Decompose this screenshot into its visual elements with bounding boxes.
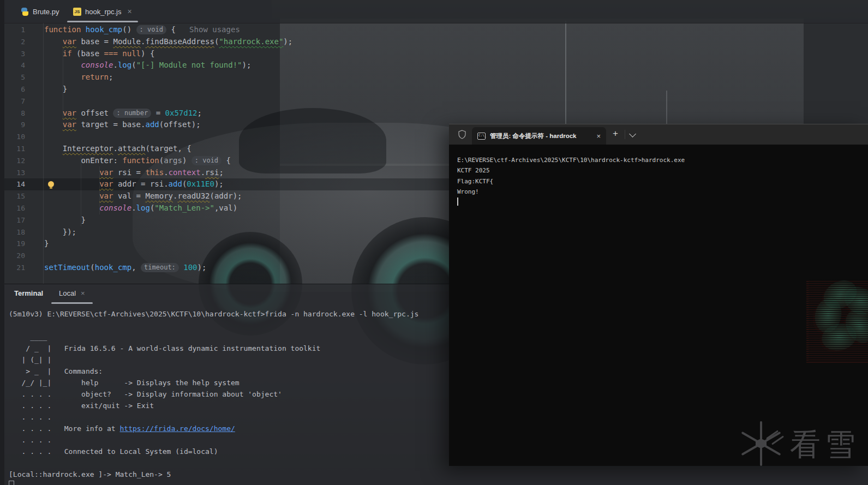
terminal-output[interactable]: (5m10v3) E:\REVERSE\ctf-Archives\2025\KC…: [9, 308, 418, 485]
cmd-output[interactable]: E:\REVERSE\ctf-Archives\2025\KCTF\10\har…: [457, 155, 685, 197]
tab-label: Brute.py: [33, 8, 59, 16]
active-terminal-tab-underline: [51, 302, 93, 304]
cmd-text-cursor: [457, 197, 458, 206]
tab-hook-rpc-js[interactable]: JS hook_rpc.js ×: [73, 0, 132, 23]
gutter-separator: [43, 23, 44, 284]
code-content[interactable]: function hook_cmp() : void { Show usages…: [44, 24, 292, 274]
editor-tab-bar: Brute.py JS hook_rpc.js ×: [4, 0, 868, 23]
tab-label: hook_rpc.js: [85, 8, 121, 16]
cmd-window[interactable]: C:\_ 管理员: 命令提示符 - hardrock × + E:\REVERS…: [449, 124, 868, 466]
close-terminal-tab-icon[interactable]: ×: [81, 289, 85, 297]
python-icon: [21, 8, 29, 16]
line-number-gutter[interactable]: 123456789101112131415161718192021: [4, 24, 25, 274]
terminal-tab-local[interactable]: Local ×: [59, 289, 85, 297]
new-tab-icon[interactable]: +: [613, 128, 618, 139]
admin-shield-icon: [457, 129, 467, 140]
terminal-panel-title: Terminal: [14, 289, 43, 297]
screenshot-stage: Brute.py JS hook_rpc.js × 12345678910111…: [0, 0, 868, 485]
active-tab-underline: [67, 21, 138, 22]
close-tab-icon[interactable]: ×: [127, 7, 131, 16]
tab-brute-py[interactable]: Brute.py: [21, 0, 59, 23]
cmd-title-bar[interactable]: C:\_ 管理员: 命令提示符 - hardrock × +: [449, 124, 868, 145]
cmd-tab[interactable]: C:\_ 管理员: 命令提示符 - hardrock ×: [472, 127, 606, 145]
close-cmd-tab-icon[interactable]: ×: [596, 132, 601, 140]
cmd-tab-title: 管理员: 命令提示符 - hardrock: [490, 132, 592, 140]
cmd-prompt-icon: C:\_: [477, 133, 486, 140]
javascript-icon: JS: [73, 8, 81, 16]
titlebar-divider: [625, 130, 625, 139]
tab-dropdown-chevron-icon[interactable]: [629, 130, 636, 137]
